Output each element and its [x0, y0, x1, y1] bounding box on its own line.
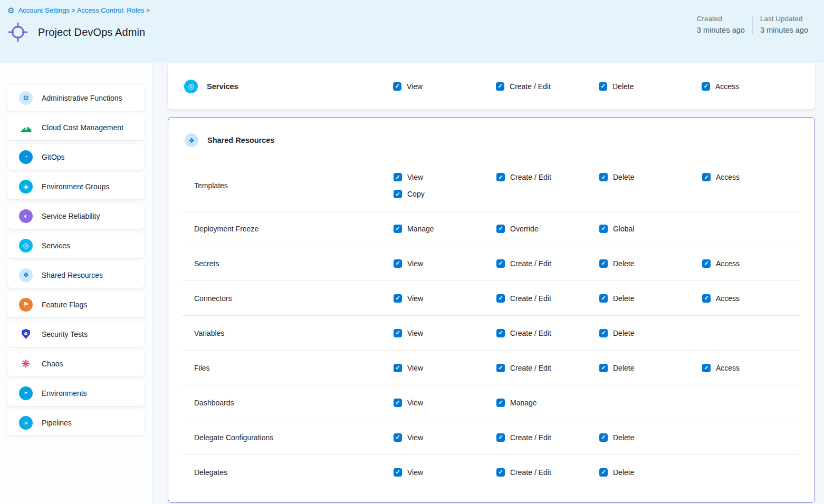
crosshair-target-icon [7, 22, 28, 43]
section-title: Services [207, 82, 238, 91]
permission-checkbox-delete[interactable]: ✓Delete [599, 259, 702, 268]
permission-checkbox-view[interactable]: ✓View [394, 294, 496, 303]
checkbox-checked-icon[interactable]: ✓ [496, 329, 505, 337]
permission-checkbox-view[interactable]: ✓View [394, 173, 496, 181]
checkbox-checked-icon[interactable]: ✓ [599, 173, 608, 181]
permission-checkbox-access[interactable]: ✓Access [702, 364, 815, 372]
permission-label: Global [613, 225, 634, 233]
checkbox-checked-icon[interactable]: ✓ [394, 364, 402, 372]
resource-label: Secrets [168, 259, 394, 268]
checkbox-checked-icon[interactable]: ✓ [496, 225, 505, 233]
permission-checkbox-view[interactable]: ✓View [394, 259, 496, 268]
permission-checkbox-create-edit[interactable]: ✓Create / Edit [496, 329, 599, 337]
sidebar-item-service-reliability[interactable]: ◐Service Reliability [7, 203, 145, 229]
checkbox-checked-icon[interactable]: ✓ [599, 225, 608, 233]
checkbox-checked-icon[interactable]: ✓ [394, 173, 402, 181]
permission-checkbox-manage[interactable]: ✓Manage [394, 225, 496, 233]
checkbox-checked-icon[interactable]: ✓ [393, 82, 401, 91]
permission-checkbox-view[interactable]: ✓View [394, 329, 496, 337]
sidebar-item-label: Service Reliability [42, 212, 100, 220]
permission-checkbox-delete[interactable]: ✓Delete [599, 433, 702, 442]
checkbox-checked-icon[interactable]: ✓ [394, 294, 402, 303]
sidebar-item-label: GitOps [42, 153, 65, 161]
sidebar-item-pipelines[interactable]: »Pipelines [7, 410, 145, 435]
checkbox-checked-icon[interactable]: ✓ [702, 364, 711, 372]
sidebar-item-shared-resources[interactable]: ❖Shared Resources [7, 262, 145, 288]
permission-checkbox-delete[interactable]: ✓Delete [599, 364, 702, 372]
sidebar-item-gitops[interactable]: ◔GitOps [7, 144, 145, 170]
permission-checkbox-create-edit[interactable]: ✓Create / Edit [496, 173, 599, 181]
checkbox-checked-icon[interactable]: ✓ [394, 225, 402, 233]
permission-checkbox-manage[interactable]: ✓Manage [496, 399, 599, 407]
created-meta: Created 3 minutes ago [689, 15, 752, 34]
breadcrumb-link-access-control-roles[interactable]: Access Control: Roles [77, 6, 145, 14]
permission-checkbox-delete[interactable]: ✓Delete [599, 294, 702, 303]
checkbox-checked-icon[interactable]: ✓ [394, 468, 402, 477]
checkbox-checked-icon[interactable]: ✓ [599, 259, 608, 268]
checkbox-checked-icon[interactable]: ✓ [599, 364, 608, 372]
checkbox-checked-icon[interactable]: ✓ [496, 364, 505, 372]
checkbox-checked-icon[interactable]: ✓ [702, 259, 711, 268]
checkbox-checked-icon[interactable]: ✓ [702, 173, 711, 181]
sidebar-item-services[interactable]: ◎Services [7, 232, 145, 258]
permission-checkbox-access[interactable]: ✓Access [702, 173, 815, 181]
checkbox-checked-icon[interactable]: ✓ [599, 329, 608, 337]
sidebar-item-administrative-functions[interactable]: ⚙Administrative Functions [7, 85, 145, 111]
permission-checkbox-view[interactable]: ✓View [393, 82, 496, 91]
checkbox-checked-icon[interactable]: ✓ [394, 259, 402, 268]
resource-row-templates: Templates✓View✓Copy✓Create / Edit✓Delete… [168, 160, 815, 211]
permission-checkbox-delete[interactable]: ✓Delete [599, 82, 702, 91]
permission-checkbox-create-edit[interactable]: ✓Create / Edit [496, 468, 599, 477]
checkbox-checked-icon[interactable]: ✓ [496, 294, 505, 303]
permission-checkbox-create-edit[interactable]: ✓Create / Edit [496, 259, 599, 268]
permission-checkbox-override[interactable]: ✓Override [496, 225, 599, 233]
checkbox-checked-icon[interactable]: ✓ [394, 329, 402, 337]
permission-checkbox-view[interactable]: ✓View [394, 399, 496, 407]
sidebar-item-label: Environment Groups [42, 182, 109, 191]
sidebar-item-label: Feature Flags [42, 301, 87, 309]
checkbox-checked-icon[interactable]: ✓ [496, 259, 505, 268]
permission-checkbox-create-edit[interactable]: ✓Create / Edit [496, 294, 599, 303]
permission-checkbox-access[interactable]: ✓Access [702, 82, 815, 91]
checkbox-checked-icon[interactable]: ✓ [394, 190, 402, 198]
checkbox-checked-icon[interactable]: ✓ [496, 468, 505, 477]
permission-checkbox-view[interactable]: ✓View [394, 364, 496, 372]
checkbox-checked-icon[interactable]: ✓ [702, 82, 710, 91]
resource-row-delegate-configurations: Delegate Configurations✓View✓Create / Ed… [168, 420, 815, 454]
resource-label: Dashboards [168, 399, 394, 407]
checkbox-checked-icon[interactable]: ✓ [394, 399, 402, 407]
sidebar-item-chaos[interactable]: ❋Chaos [7, 351, 145, 376]
permission-checkbox-create-edit[interactable]: ✓Create / Edit [496, 364, 599, 372]
permission-checkbox-view[interactable]: ✓View [394, 433, 496, 442]
permission-checkbox-delete[interactable]: ✓Delete [599, 173, 702, 181]
permission-checkbox-view[interactable]: ✓View [394, 468, 496, 477]
checkbox-checked-icon[interactable]: ✓ [599, 468, 608, 477]
resource-label: Templates [168, 181, 394, 190]
sidebar-item-environments[interactable]: ◓Environments [7, 380, 145, 406]
sidebar-item-security-tests[interactable]: Security Tests [7, 321, 145, 347]
permission-checkbox-create-edit[interactable]: ✓Create / Edit [496, 82, 599, 91]
sidebar-item-environment-groups[interactable]: ◈Environment Groups [7, 173, 145, 199]
permission-checkbox-access[interactable]: ✓Access [702, 259, 815, 268]
permission-checkbox-create-edit[interactable]: ✓Create / Edit [496, 433, 599, 442]
checkbox-checked-icon[interactable]: ✓ [496, 399, 505, 407]
sidebar-item-feature-flags[interactable]: ⚑Feature Flags [7, 292, 145, 317]
resource-label: Variables [168, 329, 394, 337]
permission-checkbox-access[interactable]: ✓Access [702, 294, 815, 303]
checkbox-checked-icon[interactable]: ✓ [394, 433, 402, 442]
permission-checkbox-copy[interactable]: ✓Copy [394, 190, 496, 198]
permission-checkbox-delete[interactable]: ✓Delete [599, 468, 702, 477]
permission-checkbox-global[interactable]: ✓Global [599, 225, 702, 233]
checkbox-checked-icon[interactable]: ✓ [496, 82, 504, 91]
permission-label: View [407, 468, 423, 477]
checkbox-checked-icon[interactable]: ✓ [496, 173, 505, 181]
permission-label: Delete [613, 294, 634, 303]
checkbox-checked-icon[interactable]: ✓ [599, 82, 607, 91]
permission-checkbox-delete[interactable]: ✓Delete [599, 329, 702, 337]
sidebar-item-cloud-cost-management[interactable]: ☁$Cloud Cost Management [7, 114, 145, 140]
checkbox-checked-icon[interactable]: ✓ [702, 294, 711, 303]
checkbox-checked-icon[interactable]: ✓ [599, 294, 608, 303]
checkbox-checked-icon[interactable]: ✓ [599, 433, 608, 442]
breadcrumb-link-account-settings[interactable]: Account Settings [18, 6, 70, 14]
checkbox-checked-icon[interactable]: ✓ [496, 433, 505, 442]
